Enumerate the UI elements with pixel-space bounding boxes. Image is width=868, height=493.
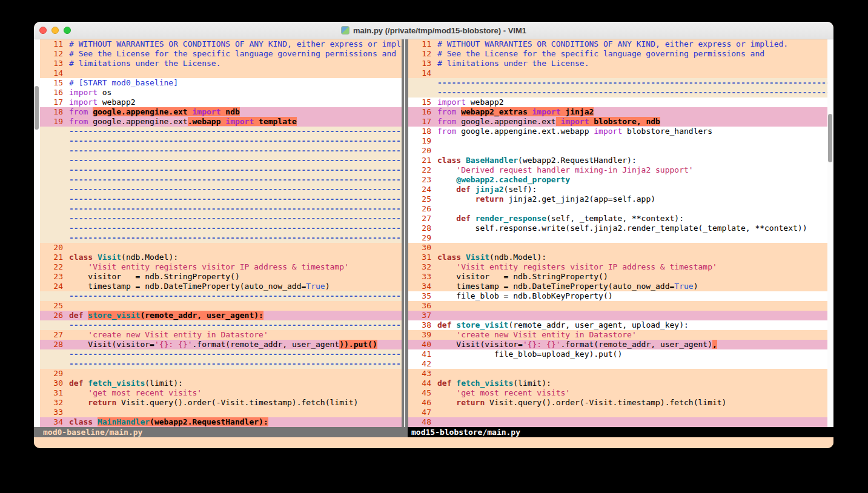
zoom-button[interactable]	[64, 27, 71, 34]
code-line[interactable]: 11# WITHOUT WARRANTIES OR CONDITIONS OF …	[40, 39, 402, 49]
code-line[interactable]: 23 visitor = ndb.StringProperty()	[40, 272, 402, 282]
vertical-split-handle[interactable]	[402, 39, 408, 427]
close-button[interactable]	[39, 27, 47, 34]
code-line[interactable]: 30def fetch_visits(limit):	[40, 379, 402, 388]
code-line[interactable]: 26	[408, 204, 827, 214]
diff-filler-line[interactable]: ----------------------------------------…	[40, 194, 402, 204]
code-line[interactable]: 20	[408, 146, 827, 156]
code-line[interactable]: 28 self.response.write(self.jinja2.rende…	[408, 223, 827, 233]
code-line[interactable]: 13# limitations under the License.	[40, 59, 402, 68]
code-line[interactable]: 36	[408, 301, 827, 311]
code-line[interactable]: 34class MainHandler(webapp2.RequestHandl…	[40, 417, 402, 427]
diff-pane-right[interactable]: 11# WITHOUT WARRANTIES OR CONDITIONS OF …	[408, 39, 827, 427]
code-line[interactable]: 14	[408, 68, 827, 78]
diff-filler-line[interactable]: ----------------------------------------…	[40, 165, 402, 175]
code-line[interactable]: 44def fetch_visits(limit):	[408, 379, 827, 388]
diff-filler-line[interactable]: ----------------------------------------…	[40, 320, 402, 330]
code-line[interactable]: 31 'get most recent visits'	[40, 388, 402, 398]
code-line[interactable]: 17from google.appengine.ext import blobs…	[408, 117, 827, 127]
diff-filler-line[interactable]: ----------------------------------------…	[408, 88, 827, 98]
diff-filler-line[interactable]: ----------------------------------------…	[40, 214, 402, 223]
code-line[interactable]: 24 timestamp = ndb.DateTimeProperty(auto…	[40, 282, 402, 291]
code-line[interactable]: 32 return Visit.query().order(-Visit.tim…	[40, 398, 402, 408]
left-scrollbar-thumb[interactable]	[35, 86, 39, 130]
right-scrollbar-thumb[interactable]	[828, 114, 832, 162]
diff-filler-line[interactable]: ----------------------------------------…	[40, 185, 402, 194]
code-line[interactable]: 25 return jinja2.get_jinja2(app=self.app…	[408, 194, 827, 204]
diff-filler-line[interactable]: ----------------------------------------…	[40, 223, 402, 233]
right-scrollbar-track[interactable]	[827, 39, 833, 427]
code-text: ----------------------------------------…	[69, 291, 402, 301]
code-line[interactable]: 32 'Visit entity registers visitor IP ad…	[408, 262, 827, 272]
code-line[interactable]: 31class Visit(ndb.Model):	[408, 253, 827, 262]
diff-filler-line[interactable]: ----------------------------------------…	[40, 136, 402, 146]
code-line[interactable]: 25	[40, 301, 402, 311]
code-line[interactable]: 38def store_visit(remote_addr, user_agen…	[408, 320, 827, 330]
code-line[interactable]: 28 Visit(visitor='{}: {}'.format(remote_…	[40, 340, 402, 349]
code-line[interactable]: 13# limitations under the License.	[408, 59, 827, 68]
code-line[interactable]: 15import webapp2	[408, 98, 827, 107]
code-line[interactable]: 29	[408, 233, 827, 243]
code-line[interactable]: 34 timestamp = ndb.DateTimeProperty(auto…	[408, 282, 827, 291]
code-line[interactable]: 21class BaseHandler(webapp2.RequestHandl…	[408, 156, 827, 165]
code-line[interactable]: 33 visitor = ndb.StringProperty()	[408, 272, 827, 282]
diff-pane-left[interactable]: 11# WITHOUT WARRANTIES OR CONDITIONS OF …	[40, 39, 402, 427]
line-number: 30	[408, 243, 437, 253]
code-line[interactable]: 20	[40, 243, 402, 253]
code-line[interactable]: 27 def render_response(self, _template, …	[408, 214, 827, 223]
line-number: 28	[408, 223, 437, 233]
code-line[interactable]: 21class Visit(ndb.Model):	[40, 253, 402, 262]
code-line[interactable]: 42	[408, 359, 827, 369]
code-line[interactable]: 15# [START mod0_baseline]	[40, 78, 402, 88]
code-line[interactable]: 18from google.appengine.ext import ndb	[40, 107, 402, 117]
code-line[interactable]: 35 file_blob = ndb.BlobKeyProperty()	[408, 291, 827, 301]
code-line[interactable]: 19	[408, 136, 827, 146]
code-text: # limitations under the License.	[69, 59, 402, 68]
code-line[interactable]: 40 Visit(visitor='{}: {}'.format(remote_…	[408, 340, 827, 349]
diff-filler-line[interactable]: ----------------------------------------…	[40, 204, 402, 214]
code-line[interactable]: 46 return Visit.query().order(-Visit.tim…	[408, 398, 827, 408]
statusline-inactive[interactable]: mod0-baseline/main.py	[34, 427, 408, 437]
code-line[interactable]: 26def store_visit(remote_addr, user_agen…	[40, 311, 402, 320]
code-text	[437, 408, 827, 417]
code-line[interactable]: 27 'create new Visit entity in Datastore…	[40, 330, 402, 340]
diff-filler-line[interactable]: ----------------------------------------…	[40, 127, 402, 136]
code-line[interactable]: 19from google.appengine.ext.webapp impor…	[40, 117, 402, 127]
line-number: 33	[408, 272, 437, 282]
line-number: 14	[40, 68, 69, 78]
code-line[interactable]: 24 def jinja2(self):	[408, 185, 827, 194]
code-line[interactable]: 22 'Derived request handler mixing-in Ji…	[408, 165, 827, 175]
diff-filler-line[interactable]: ----------------------------------------…	[40, 349, 402, 359]
code-line[interactable]: 47	[408, 408, 827, 417]
code-line[interactable]: 17import webapp2	[40, 98, 402, 107]
minimize-button[interactable]	[51, 27, 59, 34]
diff-filler-line[interactable]: ----------------------------------------…	[40, 233, 402, 243]
diff-filler-line[interactable]: ----------------------------------------…	[40, 291, 402, 301]
code-line[interactable]: 41 file_blob=upload_key).put()	[408, 349, 827, 359]
diff-filler-line[interactable]: ----------------------------------------…	[408, 78, 827, 88]
title-bar[interactable]: main.py (/private/tmp/mod15-blobstore) -…	[34, 22, 833, 39]
code-line[interactable]: 33	[40, 408, 402, 417]
diff-filler-line[interactable]: ----------------------------------------…	[40, 359, 402, 369]
diff-filler-line[interactable]: ----------------------------------------…	[40, 146, 402, 156]
code-line[interactable]: 22 'Visit entity registers visitor IP ad…	[40, 262, 402, 272]
code-line[interactable]: 23 @webapp2.cached_property	[408, 175, 827, 185]
code-line[interactable]: 12# See the License for the specific lan…	[408, 49, 827, 59]
statusline-active[interactable]: mod15-blobstore/main.py	[408, 427, 833, 437]
code-line[interactable]: 39 'create new Visit entity in Datastore…	[408, 330, 827, 340]
code-line[interactable]: 18from google.appengine.ext.webapp impor…	[408, 127, 827, 136]
code-line[interactable]: 11# WITHOUT WARRANTIES OR CONDITIONS OF …	[408, 39, 827, 49]
diff-filler-line[interactable]: ----------------------------------------…	[40, 175, 402, 185]
code-line[interactable]: 43	[408, 369, 827, 379]
code-line[interactable]: 14	[40, 68, 402, 78]
diff-filler-line[interactable]: ----------------------------------------…	[40, 156, 402, 165]
code-line[interactable]: 45 'get most recent visits'	[408, 388, 827, 398]
code-line[interactable]: 12# See the License for the specific lan…	[40, 49, 402, 59]
code-line[interactable]: 30	[408, 243, 827, 253]
code-line[interactable]: 16from webapp2_extras import jinja2	[408, 107, 827, 117]
code-line[interactable]: 16import os	[40, 88, 402, 98]
code-line[interactable]: 48	[408, 417, 827, 427]
code-line[interactable]: 37	[408, 311, 827, 320]
code-line[interactable]: 29	[40, 369, 402, 379]
command-line[interactable]	[34, 437, 833, 448]
